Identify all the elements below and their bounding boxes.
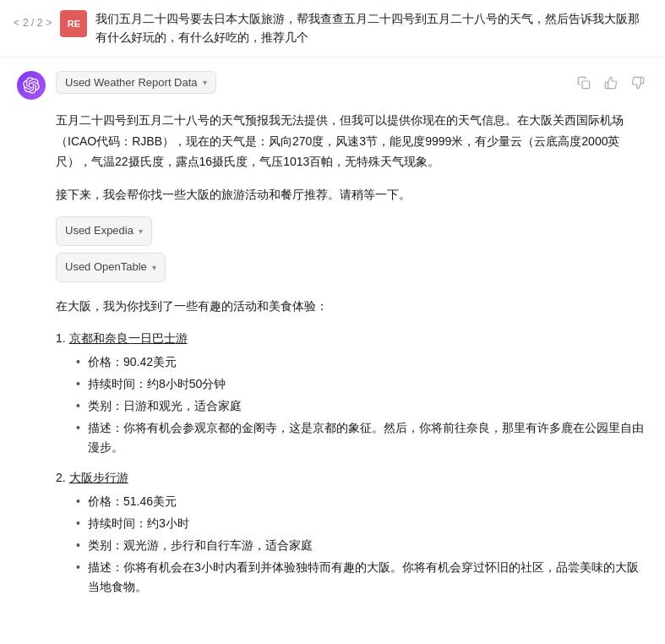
page-wrapper: < 2 / 2 > RE 我们五月二十四号要去日本大阪旅游，帮我查查五月二十四号…	[0, 0, 665, 622]
ai-content: 五月二十四号到五月二十八号的天气预报我无法提供，但我可以提供你现在的天气信息。在…	[17, 110, 648, 597]
section-1-number: 1.	[56, 328, 66, 349]
section-2-title[interactable]: 大阪步行游	[69, 467, 128, 488]
user-avatar: RE	[60, 10, 87, 37]
section-1-title[interactable]: 京都和奈良一日巴士游	[69, 328, 188, 349]
ai-paragraph-2: 接下来，我会帮你找一些大阪的旅游活动和餐厅推荐。请稍等一下。	[56, 184, 648, 205]
chevron-down-icon-3: ▾	[152, 260, 156, 276]
ai-header: Used Weather Report Data ▾	[17, 71, 648, 100]
expedia-tool-dropdown[interactable]: Used Expedia ▾	[56, 216, 152, 246]
expedia-tool-row: Used Expedia ▾	[56, 216, 648, 246]
bullet-2-3: 描述：你将有机会在3小时内看到并体验独特而有趣的大阪。你将有机会穿过怀旧的社区，…	[76, 558, 648, 597]
activities-list: 1. 京都和奈良一日巴士游 价格：90.42美元 持续时间：约8小时50分钟 类…	[56, 328, 648, 597]
ai-response-section: Used Weather Report Data ▾	[0, 57, 665, 622]
bullet-1-2: 类别：日游和观光，适合家庭	[76, 396, 648, 416]
weather-tool-label: Used Weather Report Data	[65, 76, 198, 89]
user-message-bar: < 2 / 2 > RE 我们五月二十四号要去日本大阪旅游，帮我查查五月二十四号…	[0, 0, 665, 57]
expedia-tool-label: Used Expedia	[65, 221, 134, 241]
ai-avatar	[17, 71, 46, 100]
bullet-2-0: 价格：51.46美元	[76, 492, 648, 511]
bullet-2-2: 类别：观光游，步行和自行车游，适合家庭	[76, 536, 648, 555]
header-actions	[574, 73, 648, 93]
section-1-title-row: 1. 京都和奈良一日巴士游	[56, 328, 648, 349]
opentable-tool-dropdown[interactable]: Used OpenTable ▾	[56, 253, 166, 282]
section-2-number: 2.	[56, 467, 66, 488]
user-message-text: 我们五月二十四号要去日本大阪旅游，帮我查查五月二十四号到五月二十八号的天气，然后…	[95, 10, 651, 46]
section-1-bullets: 价格：90.42美元 持续时间：约8小时50分钟 类别：日游和观光，适合家庭 描…	[69, 352, 648, 457]
activity-item-1: 1. 京都和奈良一日巴士游 价格：90.42美元 持续时间：约8小时50分钟 类…	[56, 328, 648, 457]
thumbs-down-button[interactable]	[628, 73, 648, 93]
svg-rect-0	[582, 81, 590, 89]
ai-header-right: Used Weather Report Data ▾	[56, 71, 648, 94]
header-top-row: Used Weather Report Data ▾	[56, 71, 648, 94]
page-counter: 2 / 2	[23, 17, 42, 29]
opentable-tool-row: Used OpenTable ▾	[56, 253, 648, 282]
next-nav[interactable]: >	[46, 17, 52, 29]
chevron-down-icon: ▾	[203, 78, 207, 87]
section-2-bullets: 价格：51.46美元 持续时间：约3小时 类别：观光游，步行和自行车游，适合家庭…	[69, 492, 648, 597]
opentable-tool-label: Used OpenTable	[65, 258, 147, 277]
activity-item-2: 2. 大阪步行游 价格：51.46美元 持续时间：约3小时 类别：观光游，步行和…	[56, 467, 648, 597]
bullet-1-0: 价格：90.42美元	[76, 352, 648, 372]
chevron-down-icon-2: ▾	[139, 224, 143, 239]
weather-tool-dropdown[interactable]: Used Weather Report Data ▾	[56, 71, 216, 94]
ai-logo-icon	[23, 77, 40, 94]
ai-paragraph-1: 五月二十四号到五月二十八号的天气预报我无法提供，但我可以提供你现在的天气信息。在…	[56, 110, 648, 172]
bullet-1-3: 描述：你将有机会参观京都的金阁寺，这是京都的象征。然后，你将前往奈良，那里有许多…	[76, 418, 648, 457]
thumbs-up-button[interactable]	[601, 73, 621, 93]
ai-paragraph-3: 在大阪，我为你找到了一些有趣的活动和美食体验：	[56, 296, 648, 317]
section-2-title-row: 2. 大阪步行游	[56, 467, 648, 488]
bullet-1-1: 持续时间：约8小时50分钟	[76, 374, 648, 394]
copy-button[interactable]	[574, 73, 594, 93]
prev-nav[interactable]: <	[14, 17, 19, 29]
bullet-2-1: 持续时间：约3小时	[76, 514, 648, 533]
